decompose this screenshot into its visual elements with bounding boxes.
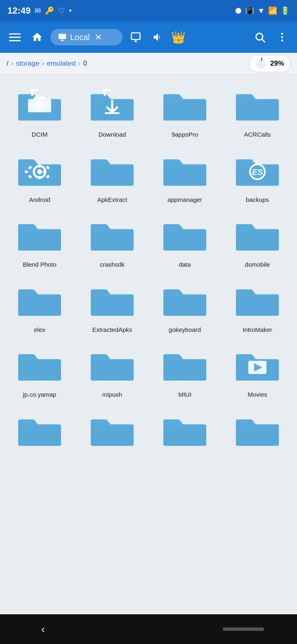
file-item-intromaker[interactable]: IntroMaker bbox=[221, 275, 294, 340]
file-label-extractedapks: ExtractedApks bbox=[92, 326, 132, 334]
file-grid: DCIM Download 9appsPro ACRCalls bbox=[0, 74, 297, 504]
file-label-9appspro: 9appsPro bbox=[172, 130, 198, 139]
file-item-elex[interactable]: elex bbox=[3, 275, 76, 340]
search-button[interactable] bbox=[251, 28, 269, 46]
folder-icon-intromaker bbox=[233, 280, 282, 322]
folder-icon-domobile bbox=[233, 215, 282, 256]
file-item-backups[interactable]: ES backups bbox=[221, 144, 294, 210]
breadcrumb[interactable]: / › storage › emulated › 0 bbox=[7, 59, 87, 68]
file-item-dcim[interactable]: DCIM bbox=[3, 79, 76, 144]
svg-rect-2 bbox=[9, 40, 21, 41]
folder-icon-acrcalls bbox=[233, 85, 282, 126]
file-label-elex: elex bbox=[34, 326, 45, 334]
file-label-dcim: DCIM bbox=[32, 130, 47, 139]
file-label-mipush: mipush bbox=[102, 391, 122, 399]
svg-rect-26 bbox=[25, 170, 28, 173]
file-item-folder22[interactable] bbox=[76, 405, 148, 462]
svg-point-17 bbox=[38, 104, 42, 108]
folder-icon-crashsdk bbox=[87, 215, 137, 256]
breadcrumb-root[interactable]: / bbox=[7, 59, 9, 68]
folder-icon-gokeyboard bbox=[160, 280, 210, 322]
file-label-android: Android bbox=[29, 196, 50, 204]
back-button[interactable]: ‹ bbox=[33, 620, 53, 639]
home-button[interactable] bbox=[28, 28, 46, 46]
file-item-folder24[interactable] bbox=[221, 405, 294, 462]
file-item-movies[interactable]: Movies bbox=[221, 339, 294, 405]
breadcrumb-sep-3: › bbox=[78, 59, 80, 68]
file-item-data[interactable]: data bbox=[148, 209, 221, 275]
file-label-apkextract: ApkExtract bbox=[97, 196, 127, 204]
svg-rect-27 bbox=[43, 170, 46, 173]
heart-icon: ♡ bbox=[58, 6, 65, 15]
svg-point-23 bbox=[37, 169, 42, 174]
file-label-blendphoto: Blend Photo bbox=[23, 260, 57, 269]
breadcrumb-emulated[interactable]: emulated bbox=[47, 59, 75, 68]
folder-icon-folder24 bbox=[233, 410, 282, 452]
breadcrumb-sep-2: › bbox=[42, 59, 44, 68]
folder-icon-miui bbox=[160, 345, 210, 386]
svg-line-10 bbox=[262, 39, 264, 42]
folder-icon-apkextract bbox=[87, 150, 137, 192]
file-item-9appspro[interactable]: 9appsPro bbox=[148, 79, 221, 144]
tab-close-button[interactable]: ✕ bbox=[95, 32, 102, 42]
menu-button[interactable] bbox=[6, 28, 24, 46]
file-item-folder21[interactable] bbox=[3, 405, 76, 462]
home-indicator[interactable] bbox=[223, 627, 264, 631]
remote-button[interactable] bbox=[127, 28, 145, 46]
local-tab[interactable]: Local ✕ bbox=[50, 29, 123, 45]
file-item-blendphoto[interactable]: Blend Photo bbox=[3, 209, 76, 275]
file-item-android[interactable]: Android bbox=[3, 144, 76, 210]
file-item-folder23[interactable] bbox=[148, 405, 221, 462]
file-item-apkextract[interactable]: ApkExtract bbox=[76, 144, 148, 210]
vibrate-icon: 📳 bbox=[245, 6, 254, 15]
file-label-crashsdk: crashsdk bbox=[100, 260, 125, 269]
battery-icon: 🔋 bbox=[280, 6, 290, 15]
file-item-domobile[interactable]: domobile bbox=[221, 209, 294, 275]
file-item-appmanager[interactable]: appmanager bbox=[148, 144, 221, 210]
file-label-domobile: domobile bbox=[245, 260, 270, 269]
svg-point-15 bbox=[256, 58, 266, 69]
storage-percent-label: 29% bbox=[270, 59, 284, 68]
file-item-download[interactable]: Download bbox=[76, 79, 148, 144]
bluetooth-icon: ⬢ bbox=[235, 6, 242, 15]
svg-rect-24 bbox=[38, 164, 41, 168]
storage-pie-chart bbox=[255, 58, 267, 69]
file-item-acrcalls[interactable]: ACRCalls bbox=[221, 79, 294, 144]
file-label-acrcalls: ACRCalls bbox=[244, 130, 271, 139]
folder-icon-9appspro bbox=[160, 85, 210, 126]
breadcrumb-bar: / › storage › emulated › 0 29% bbox=[0, 53, 297, 74]
gmail-icon: ✉ bbox=[35, 6, 41, 15]
file-item-extractedapks[interactable]: ExtractedApks bbox=[76, 275, 148, 340]
file-item-gokeyboard[interactable]: gokeyboard bbox=[148, 275, 221, 340]
file-item-miui[interactable]: MIUI bbox=[148, 339, 221, 405]
file-item-jpyamap[interactable]: jp.co.yamap bbox=[3, 339, 76, 405]
sound-button[interactable] bbox=[149, 28, 167, 46]
folder-icon-blendphoto bbox=[15, 215, 64, 256]
file-label-appmanager: appmanager bbox=[167, 196, 202, 204]
folder-icon-dcim bbox=[15, 85, 64, 126]
folder-icon-download bbox=[87, 85, 137, 126]
crown-icon: 👑 bbox=[171, 31, 186, 44]
file-label-data: data bbox=[179, 260, 191, 269]
file-label-movies: Movies bbox=[248, 391, 267, 399]
svg-rect-25 bbox=[38, 176, 41, 179]
file-label-intromaker: IntroMaker bbox=[243, 326, 272, 334]
svg-rect-1 bbox=[9, 37, 21, 38]
svg-rect-0 bbox=[9, 33, 21, 35]
folder-icon-appmanager bbox=[160, 150, 210, 192]
more-options-button[interactable] bbox=[273, 28, 291, 46]
dot-icon: • bbox=[69, 7, 71, 15]
status-bar: 12:49 ✉ 🔑 ♡ • ⬢ 📳 ▼ 📶 🔋 bbox=[0, 0, 297, 21]
breadcrumb-storage[interactable]: storage bbox=[16, 59, 40, 68]
breadcrumb-0[interactable]: 0 bbox=[83, 59, 87, 68]
folder-icon-mipush bbox=[87, 345, 137, 386]
folder-icon-folder21 bbox=[15, 410, 64, 452]
file-item-mipush[interactable]: mipush bbox=[76, 339, 148, 405]
svg-point-12 bbox=[281, 36, 283, 38]
file-item-crashsdk[interactable]: crashsdk bbox=[76, 209, 148, 275]
storage-badge: 29% bbox=[249, 55, 290, 72]
file-label-backups: backups bbox=[246, 196, 269, 204]
wifi-icon: ▼ bbox=[257, 7, 265, 15]
folder-icon-jpyamap bbox=[15, 345, 64, 386]
svg-text:ES: ES bbox=[252, 168, 263, 177]
